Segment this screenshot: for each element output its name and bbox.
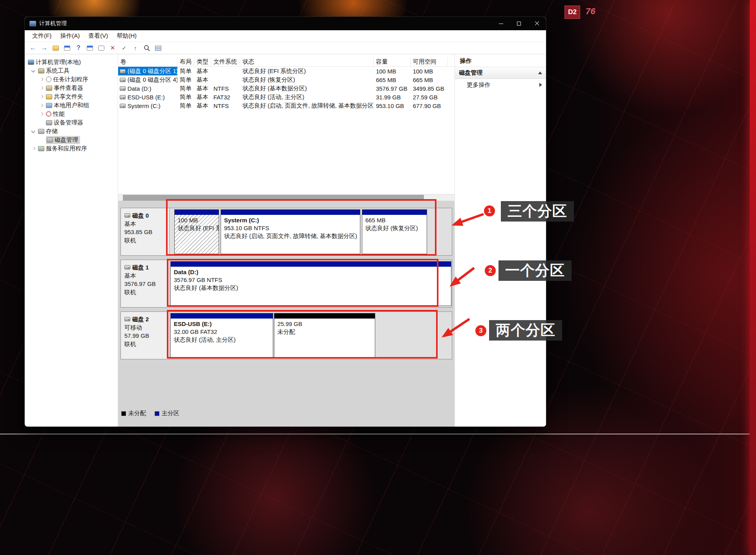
column-header-type[interactable]: 类型: [194, 57, 211, 66]
task-scheduler-icon: [46, 77, 51, 82]
tree-item-system-tools[interactable]: 系统工具: [25, 66, 118, 75]
chevron-right-icon[interactable]: [30, 145, 37, 152]
volume-name: ESD-USB (E:): [128, 94, 165, 101]
device-manager-icon: [46, 120, 52, 125]
table-row[interactable]: (磁盘 0 磁盘分区 1) 简单 基本 状态良好 (EFI 系统分区) 100 …: [118, 67, 455, 75]
primary-partition-strip: [221, 210, 360, 215]
table-row[interactable]: Systerm (C:) 简单 基本 NTFS 状态良好 (启动, 页面文件, …: [118, 101, 455, 110]
maximize-icon: [517, 22, 521, 26]
search-icon[interactable]: [142, 44, 151, 52]
close-button[interactable]: [528, 17, 546, 30]
volume-status: 状态良好 (基本数据分区): [240, 85, 374, 92]
scrollbar-thumb[interactable]: [123, 195, 424, 201]
chevron-right-icon[interactable]: [38, 76, 44, 82]
menu-help[interactable]: 帮助(H): [112, 31, 141, 41]
folder-icon[interactable]: [51, 44, 60, 52]
properties-window-icon[interactable]: [86, 44, 94, 52]
tree-item-storage[interactable]: 存储: [25, 127, 118, 136]
tree-item-device-manager[interactable]: 设备管理器: [25, 118, 118, 127]
partition-status: 状态良好 (活动, 主分区): [174, 336, 270, 344]
volume-layout: 简单: [177, 76, 194, 84]
chevron-right-icon[interactable]: [38, 102, 44, 108]
column-header-free[interactable]: 可用空间: [411, 57, 448, 66]
tree-item-event-viewer[interactable]: 事件查看器: [25, 84, 118, 92]
tree-item-task-scheduler[interactable]: 任务计划程序: [25, 75, 118, 84]
volume-icon: [120, 95, 126, 99]
chevron-down-icon[interactable]: [30, 68, 37, 74]
disk-icon: [124, 265, 130, 269]
help-icon[interactable]: ?: [74, 44, 83, 52]
column-header-volume[interactable]: 卷: [118, 57, 177, 66]
disk-size: 57.99 GB: [124, 332, 166, 340]
disk-2-label[interactable]: 磁盘 2 可移动 57.99 GB 联机: [121, 312, 170, 359]
partition-size: 100 MB: [178, 216, 215, 224]
partition-recovery[interactable]: 665 MB 状态良好 (恢复分区): [362, 209, 427, 254]
horizontal-scrollbar[interactable]: [118, 194, 455, 201]
legend-primary-label: 主分区: [162, 410, 179, 417]
upload-icon[interactable]: ↑: [131, 44, 140, 52]
menu-action[interactable]: 操作(A): [56, 31, 84, 41]
tree-item-services-apps[interactable]: 服务和应用程序: [25, 144, 118, 153]
volume-free: 677.90 GB: [411, 103, 448, 109]
check-document-icon[interactable]: ✓: [120, 44, 128, 52]
chevron-right-icon[interactable]: [38, 93, 44, 100]
tree-item-disk-management[interactable]: 磁盘管理: [25, 136, 118, 144]
disk-icon: [124, 317, 130, 321]
disk-size: 953.85 GB: [124, 228, 166, 236]
tree-item-shared-folders[interactable]: 共享文件夹: [25, 92, 118, 101]
actions-disk-management[interactable]: 磁盘管理: [455, 67, 546, 79]
partition-c-drive[interactable]: Systerm (C:) 953.10 GB NTFS 状态良好 (启动, 页面…: [221, 209, 360, 254]
partition-efi[interactable]: 100 MB 状态良好 (EFI 系统分区): [174, 209, 219, 254]
tree-item-label: 事件查看器: [54, 84, 83, 92]
partition-size: 32.00 GB FAT32: [174, 328, 270, 336]
tree-item-local-users[interactable]: 本地用户和组: [25, 101, 118, 110]
tree-root[interactable]: 计算机管理(本地): [25, 58, 118, 66]
partition-e-drive[interactable]: ESD-USB (E:) 32.00 GB FAT32 状态良好 (活动, 主分…: [170, 313, 273, 358]
forward-icon[interactable]: →: [40, 44, 49, 52]
disk-1-label[interactable]: 磁盘 1 基本 3576.97 GB 联机: [121, 260, 170, 307]
disk-kind: 基本: [124, 220, 166, 228]
console-window-icon[interactable]: [63, 44, 71, 52]
column-header-capacity[interactable]: 容量: [374, 57, 411, 66]
menu-view[interactable]: 查看(V): [84, 31, 112, 41]
disk-name: 磁盘 2: [132, 315, 149, 323]
partition-d-drive[interactable]: Data (D:) 3576.97 GB NTFS 状态良好 (基本数据分区): [170, 261, 451, 306]
volume-name: Data (D:): [128, 85, 152, 92]
partition-status: 状态良好 (基本数据分区): [174, 284, 448, 292]
disk-name: 磁盘 1: [132, 263, 149, 271]
column-header-filesystem[interactable]: 文件系统: [211, 57, 240, 66]
volume-name: (磁盘 0 磁盘分区 4): [128, 76, 177, 84]
titlebar[interactable]: 计算机管理: [25, 17, 546, 30]
chevron-right-icon[interactable]: [38, 85, 44, 91]
maximize-button[interactable]: [510, 17, 528, 30]
actions-more[interactable]: 更多操作: [455, 79, 546, 91]
table-row[interactable]: (磁盘 0 磁盘分区 4) 简单 基本 状态良好 (恢复分区) 665 MB 6…: [118, 75, 455, 84]
chevron-spacer: [38, 119, 44, 126]
expand-icon: [539, 83, 542, 87]
volume-status: 状态良好 (活动, 主分区): [240, 93, 374, 101]
collapse-icon[interactable]: [538, 71, 542, 74]
minimize-button[interactable]: [492, 17, 510, 30]
disk-0-label[interactable]: 磁盘 0 基本 953.85 GB 联机: [121, 208, 170, 255]
chevron-right-icon[interactable]: [38, 111, 44, 117]
primary-partition-strip: [171, 313, 273, 319]
tree-item-label: 磁盘管理: [55, 136, 78, 144]
menu-file[interactable]: 文件(F): [28, 31, 56, 41]
table-row[interactable]: Data (D:) 简单 基本 NTFS 状态良好 (基本数据分区) 3576.…: [118, 84, 455, 93]
delete-icon[interactable]: ✕: [108, 44, 117, 52]
storage-icon: [38, 129, 44, 134]
disk-name: 磁盘 0: [132, 211, 149, 220]
primary-partition-strip: [175, 210, 219, 215]
disk-kind: 基本: [124, 271, 166, 280]
tree-item-performance[interactable]: 性能: [25, 110, 118, 118]
column-header-status[interactable]: 状态: [240, 57, 374, 66]
actions-title: 操作: [455, 54, 546, 67]
callout-icon[interactable]: [97, 44, 106, 52]
volume-status: 状态良好 (EFI 系统分区): [240, 68, 374, 75]
column-header-layout[interactable]: 布局: [177, 57, 194, 66]
chevron-down-icon[interactable]: [30, 128, 37, 134]
details-list-icon[interactable]: [154, 44, 163, 52]
partition-unallocated[interactable]: 25.99 GB 未分配: [274, 313, 375, 358]
back-icon[interactable]: ←: [29, 44, 37, 52]
table-row[interactable]: ESD-USB (E:) 简单 基本 FAT32 状态良好 (活动, 主分区) …: [118, 93, 455, 101]
